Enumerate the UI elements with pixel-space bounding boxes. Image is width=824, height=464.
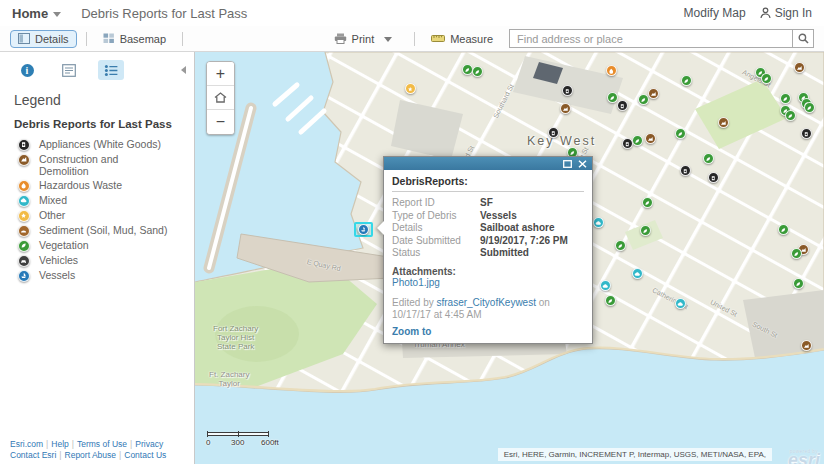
map-marker-vegetation[interactable] (615, 235, 626, 253)
appliances-icon (562, 85, 573, 96)
map-marker-appliances[interactable] (680, 160, 691, 178)
map-marker-construction[interactable] (648, 83, 659, 101)
measure-button[interactable]: Measure (424, 31, 500, 47)
maximize-icon[interactable] (563, 160, 572, 168)
panel-footer-links: Esri.com|Help|Terms of Use|PrivacyContac… (10, 439, 166, 461)
map-marker-appliances[interactable] (622, 133, 633, 151)
map-marker-vegetation[interactable] (804, 97, 815, 115)
sign-in-button[interactable]: Sign In (760, 6, 812, 20)
construction-icon (794, 62, 805, 73)
footer-link[interactable]: Report Abuse (65, 450, 117, 460)
popup-titlebar[interactable] (384, 157, 592, 170)
map-marker-mixed[interactable] (632, 263, 643, 281)
map-marker-appliances[interactable] (548, 122, 559, 140)
footer-link[interactable]: Help (51, 439, 68, 449)
construction-icon (645, 133, 656, 144)
footer-link[interactable]: Privacy (135, 439, 163, 449)
collapse-panel-arrow[interactable] (181, 66, 186, 74)
editor-user-link[interactable]: sfraser_CityofKeywest (436, 297, 535, 309)
map-marker-vegetation[interactable] (793, 273, 804, 291)
appliances-icon (680, 165, 691, 176)
footer-link[interactable]: Contact Esri (10, 450, 56, 460)
popup-body: DebrisReports: Report IDSFType of Debris… (384, 170, 592, 343)
modify-map-link[interactable]: Modify Map (684, 6, 746, 20)
map-marker-vegetation[interactable] (791, 243, 802, 261)
legend-item-vehicles: Vehicles (14, 254, 194, 267)
details-button[interactable]: Details (10, 30, 77, 48)
map-marker-hazardous[interactable] (606, 60, 617, 78)
sign-in-label: Sign In (775, 6, 812, 20)
print-label: Print (352, 33, 375, 45)
map-canvas[interactable]: Key West Fort ZacharyTaylor HistState Pa… (195, 52, 824, 464)
home-icon (214, 92, 227, 103)
basemap-button[interactable]: Basemap (96, 31, 173, 47)
printer-icon (334, 33, 347, 44)
chevron-down-icon[interactable] (53, 12, 61, 17)
home-extent-button[interactable] (207, 86, 234, 110)
vegetation-icon (804, 102, 815, 113)
search-input[interactable] (509, 29, 792, 48)
popup-field-row: StatusSubmitted (392, 247, 584, 258)
legend-list: Appliances (White Goods)Construction and… (14, 138, 194, 282)
map-marker-vegetation[interactable] (605, 290, 616, 308)
map-marker-vegetation[interactable] (675, 123, 686, 141)
map-marker-construction[interactable] (794, 57, 805, 75)
tab-about[interactable]: i (14, 60, 40, 80)
vegetation-icon (785, 110, 796, 121)
map-marker-appliances[interactable] (708, 167, 719, 185)
footer-link[interactable]: Esri.com (10, 439, 43, 449)
selected-vessel-marker[interactable] (354, 222, 373, 237)
legend-item-label: Hazardous Waste (39, 179, 122, 191)
legend-item-label: Mixed (39, 194, 67, 206)
construction-icon (801, 340, 812, 351)
map-marker-vegetation[interactable] (778, 219, 789, 237)
measure-label: Measure (450, 33, 493, 45)
appliances-icon (622, 138, 633, 149)
zoom-to-anchor[interactable]: Zoom to (392, 326, 431, 337)
map-marker-vegetation[interactable] (785, 105, 796, 123)
hazardous-icon (18, 180, 30, 192)
hazardous-icon (606, 65, 617, 76)
close-icon[interactable] (578, 160, 587, 168)
map-marker-construction[interactable] (560, 98, 571, 116)
home-menu[interactable]: Home (12, 6, 48, 21)
map-marker-vegetation[interactable] (642, 192, 653, 210)
zoom-out-button[interactable]: − (207, 110, 234, 134)
map-marker-vegetation[interactable] (703, 148, 714, 166)
zoom-in-button[interactable]: + (207, 62, 234, 86)
legend-layer-title: Debris Reports for Last Pass (14, 118, 194, 130)
map-marker-appliances[interactable] (562, 80, 573, 98)
map-marker-mixed[interactable] (593, 212, 604, 230)
map-marker-vegetation[interactable] (632, 130, 643, 148)
map-marker-construction[interactable] (645, 128, 656, 146)
field-value: 9/19/2017, 7:26 PM (480, 235, 568, 246)
legend-item-construction: Construction and Demolition (14, 153, 194, 177)
field-label: Report ID (392, 197, 480, 208)
map-marker-construction[interactable] (718, 112, 729, 130)
vegetation-icon (642, 197, 653, 208)
map-marker-vegetation[interactable] (472, 61, 483, 79)
field-value: SF (480, 197, 493, 208)
map-marker-vegetation[interactable] (681, 70, 692, 88)
map-marker-vegetation[interactable] (640, 220, 651, 238)
map-marker-appliances[interactable] (617, 95, 628, 113)
appliances-icon (708, 172, 719, 183)
tab-content[interactable] (56, 60, 82, 80)
map-marker-vegetation[interactable] (761, 68, 772, 86)
print-button[interactable]: Print (327, 31, 406, 47)
popup-field-row: DetailsSailboat ashore (392, 222, 584, 233)
map-marker-mixed[interactable] (675, 293, 686, 311)
construction-icon (18, 154, 30, 166)
map-marker-other[interactable] (405, 78, 416, 96)
map-marker-construction[interactable] (801, 335, 812, 353)
search-submit-button[interactable] (792, 29, 814, 48)
vehicles-icon (18, 255, 30, 267)
attachment-link[interactable]: Photo1.jpg (392, 277, 440, 288)
field-label: Details (392, 222, 480, 233)
vegetation-icon (761, 73, 772, 84)
map-marker-appliances[interactable] (801, 123, 812, 141)
footer-link[interactable]: Terms of Use (77, 439, 127, 449)
tab-legend[interactable] (98, 60, 124, 80)
footer-link[interactable]: Contact Us (124, 450, 166, 460)
vegetation-icon (18, 240, 30, 252)
